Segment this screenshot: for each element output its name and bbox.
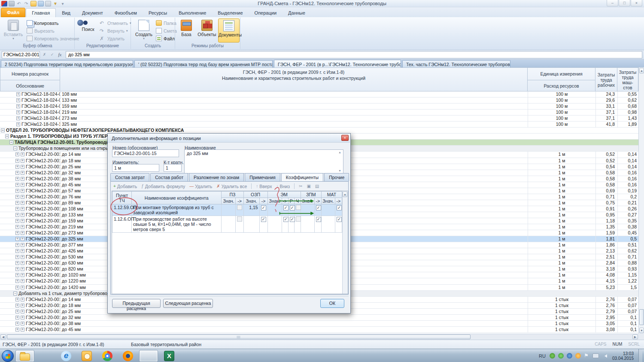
ribbon-tab-главная[interactable]: Главная: [26, 8, 56, 17]
document-tab-2[interactable]: ' (02 50232) Подготовка терр под базу вр…: [134, 60, 273, 67]
zpm-arrow-checkbox[interactable]: ✓: [316, 205, 321, 210]
table-row[interactable]: ++ГЭСНм12-20-001-27до 32 мм1 стык2,950,1: [0, 315, 638, 321]
function-icon[interactable]: fx: [57, 52, 63, 58]
collapse-icon[interactable]: −: [13, 146, 17, 150]
ribbon-button-папка[interactable]: Папка: [155, 19, 176, 27]
ribbon-tab-данные[interactable]: Данные: [283, 9, 311, 17]
mult-field[interactable]: 1: [164, 164, 182, 172]
expand-icon[interactable]: +: [15, 189, 19, 193]
dialog-tab-разложение-по-зонам[interactable]: Разложение по зонам: [189, 173, 244, 181]
ozp-arrow-checkbox[interactable]: ✓: [261, 205, 266, 210]
expand-icon[interactable]: +: [21, 152, 24, 156]
ozp-arrow-checkbox[interactable]: ✓: [261, 217, 266, 222]
number-field[interactable]: ГЭСНм12-20-001-15: [112, 149, 179, 157]
expand-icon[interactable]: +: [16, 104, 20, 108]
em-r-checkbox[interactable]: ✓: [290, 205, 295, 210]
pz-arrow-checkbox[interactable]: [237, 205, 242, 210]
zpm-arrow-checkbox[interactable]: ✓: [316, 217, 321, 222]
expand-icon[interactable]: +: [21, 159, 24, 163]
toolbar-item-up[interactable]: ↑Вверх: [256, 184, 272, 189]
expand-icon[interactable]: +: [21, 310, 24, 313]
expand-icon[interactable]: +: [15, 237, 19, 241]
expand-icon[interactable]: +: [15, 286, 19, 289]
start-button[interactable]: [2, 350, 14, 362]
scroll-left-icon[interactable]: ◀: [0, 335, 6, 339]
document-tab-3[interactable]: ГЭСН, ФЕР - 2001 (в р...\ГЭСНм12. Технол…: [274, 60, 401, 67]
expand-icon[interactable]: +: [15, 225, 19, 229]
coefficient-row[interactable]: 1.12.59.ОППри монтаже трубопроводов из т…: [112, 204, 342, 216]
toolbar-item-remove-all[interactable]: ✗Удалить все: [216, 184, 247, 189]
expand-icon[interactable]: +: [15, 322, 19, 325]
expand-icon[interactable]: +: [21, 298, 24, 301]
expand-icon[interactable]: +: [21, 249, 24, 253]
expand-icon[interactable]: +: [15, 171, 19, 175]
expand-icon[interactable]: +: [21, 316, 24, 319]
ribbon-tab-вид[interactable]: Вид: [56, 9, 76, 17]
expand-icon[interactable]: +: [21, 255, 24, 259]
expand-icon[interactable]: +: [21, 171, 24, 175]
scroll-down-icon[interactable]: ▼: [639, 328, 644, 333]
expand-icon[interactable]: +: [21, 201, 24, 205]
table-row[interactable]: +ГЭСНм12-18-024-05108 мм100 м24,30,55: [0, 91, 638, 97]
unit-field[interactable]: 1 м: [112, 164, 159, 172]
expand-icon[interactable]: +: [15, 316, 19, 319]
expand-icon[interactable]: +: [16, 122, 20, 126]
expand-icon[interactable]: +: [21, 195, 24, 199]
em-arrow-checkbox[interactable]: ✓: [283, 217, 289, 222]
pz-arrow-checkbox[interactable]: [237, 216, 242, 222]
collapse-icon[interactable]: −: [1, 128, 5, 132]
antivirus-tray-icon[interactable]: [550, 353, 555, 359]
expand-icon[interactable]: +: [21, 237, 24, 241]
expand-icon[interactable]: +: [15, 207, 19, 211]
table-row[interactable]: +ГЭСНм12-18-024-10325 мм100 м41,81,89: [0, 122, 638, 128]
expand-icon[interactable]: +: [21, 207, 24, 211]
expand-icon[interactable]: +: [21, 279, 24, 283]
minimize-button[interactable]: –: [607, 0, 618, 6]
expand-icon[interactable]: +: [15, 255, 19, 259]
flag-tray-icon[interactable]: ⚑: [584, 353, 589, 359]
expand-icon[interactable]: +: [15, 195, 19, 199]
expand-icon[interactable]: +: [16, 110, 20, 114]
expand-icon[interactable]: +: [21, 231, 24, 235]
ok-button[interactable]: ОК: [320, 299, 344, 308]
volume-tray-icon[interactable]: [602, 353, 608, 359]
ribbon-button-создать[interactable]: Создать▾: [134, 18, 153, 43]
expand-icon[interactable]: +: [15, 183, 19, 187]
previous-rate-button[interactable]: Предыдущая расценка: [112, 299, 161, 308]
expand-icon[interactable]: +: [15, 201, 19, 205]
ribbon-button-копировать-значение[interactable]: Копировать значение: [26, 35, 79, 42]
ribbon-button-смета[interactable]: Смета: [155, 27, 177, 34]
em-arrow-checkbox[interactable]: ✓: [283, 205, 289, 210]
restore-button[interactable]: □: [619, 0, 630, 6]
sync-tray-icon[interactable]: [558, 353, 564, 359]
expand-icon[interactable]: +: [15, 243, 19, 247]
expand-icon[interactable]: +: [15, 298, 19, 301]
em-ch-checkbox[interactable]: [296, 205, 301, 210]
expand-icon[interactable]: +: [21, 304, 24, 307]
expand-icon[interactable]: +: [15, 279, 19, 283]
ribbon-button-вставить[interactable]: Вставить▾: [3, 18, 23, 43]
expand-icon[interactable]: +: [21, 286, 24, 289]
expand-icon[interactable]: +: [21, 267, 24, 271]
expand-icon[interactable]: +: [15, 328, 19, 332]
expand-icon[interactable]: +: [15, 310, 19, 313]
table-row[interactable]: +ГЭСНм12-18-024-09273 мм100 м37,11,43: [0, 116, 638, 122]
toolbar-item-cut[interactable]: ✂: [299, 184, 302, 189]
taskbar-app-chrome[interactable]: [98, 350, 117, 362]
vertical-scrollbar[interactable]: ▲ ▼: [638, 67, 644, 334]
em-r-checkbox[interactable]: ✓: [290, 217, 295, 222]
dialog-tab-состав-затрат[interactable]: Состав затрат: [110, 173, 149, 181]
toolbar-item-copy[interactable]: ▣: [307, 184, 310, 189]
collapse-icon[interactable]: −: [13, 292, 17, 295]
ribbon-button-вернуть[interactable]: ↷Вернуть▾: [99, 27, 128, 34]
ribbon-tab-операции[interactable]: Операции: [249, 9, 282, 17]
toolbar-item-down[interactable]: ↓Вниз: [276, 184, 290, 189]
expand-icon[interactable]: +: [15, 213, 19, 217]
toolbar-item-add[interactable]: +Добавить: [113, 184, 137, 189]
mat-arrow-checkbox[interactable]: ✓: [337, 217, 342, 222]
document-tab-4[interactable]: Тех. часть ГЭСНм12. Технологические труб…: [402, 60, 510, 67]
collapse-icon[interactable]: −: [5, 134, 9, 138]
toolbar-item-remove[interactable]: —Удалить: [189, 184, 212, 189]
expand-icon[interactable]: +: [21, 225, 24, 229]
expand-icon[interactable]: +: [15, 261, 19, 265]
